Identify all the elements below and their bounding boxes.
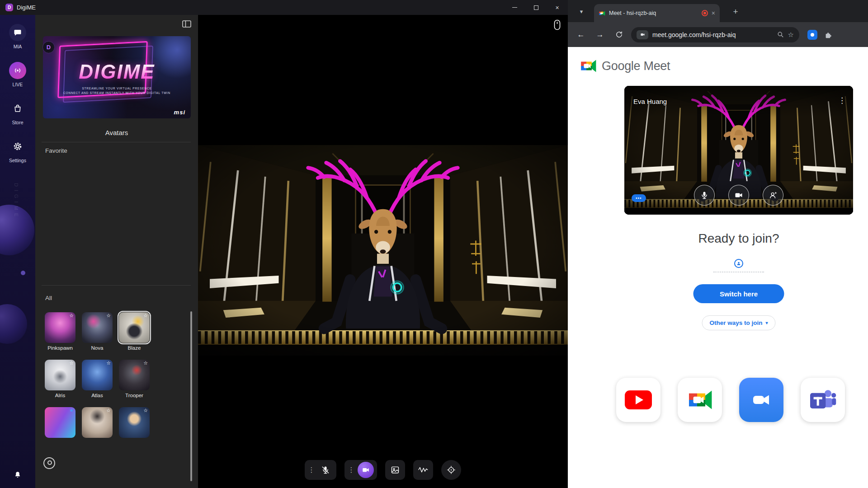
avatar-item[interactable]: ☆ Pinkspawn — [45, 312, 75, 351]
bookmark-button[interactable]: ☆ — [788, 31, 794, 39]
decor-planet — [0, 304, 27, 344]
youtube-app-icon[interactable] — [616, 378, 660, 422]
favorite-star-icon[interactable]: ☆ — [143, 408, 148, 413]
favorite-star-icon[interactable]: ☆ — [106, 361, 111, 366]
camera-icon — [734, 191, 743, 200]
gear-icon — [9, 138, 26, 155]
sidebar-item-label: Store — [12, 120, 23, 125]
close-button[interactable]: × — [547, 0, 568, 15]
reload-button[interactable] — [612, 28, 626, 42]
sidebar-item-store[interactable]: Store — [0, 100, 35, 125]
mic-off-icon — [321, 465, 330, 474]
active-tab[interactable]: Meet - hsi-rqzb-aiq × — [594, 4, 720, 22]
preview-effects-button[interactable] — [763, 185, 783, 206]
camera-icon — [640, 32, 646, 37]
favorite-star-icon[interactable]: ☆ — [106, 408, 111, 413]
maximize-button[interactable] — [525, 0, 547, 15]
camera-control-group: ⋮ — [344, 460, 377, 480]
puzzle-icon — [825, 31, 833, 39]
mic-icon — [700, 191, 709, 200]
favorite-star-icon[interactable]: ★ — [69, 408, 74, 413]
tab-search-button[interactable]: ▾ — [576, 6, 587, 17]
preview-options-button[interactable]: ⋮ — [838, 96, 846, 105]
background-image-button[interactable] — [385, 460, 405, 480]
camera-on-button[interactable] — [358, 462, 374, 478]
favorite-star-icon[interactable]: ☆ — [106, 313, 111, 318]
banner-title: DIGIME — [43, 61, 191, 83]
favorite-star-icon[interactable]: ☆ — [143, 313, 148, 318]
zoom-camera-icon — [751, 391, 772, 409]
avatar-item[interactable]: ☆ — [82, 407, 113, 440]
panel-heading: Avatars — [35, 129, 198, 136]
switch-here-button[interactable]: Switch here — [693, 284, 784, 303]
avatar-item[interactable]: ☆ Trooper — [119, 360, 150, 398]
camera-options-button[interactable]: ⋮ — [348, 466, 355, 474]
preview-mic-button[interactable] — [694, 185, 715, 206]
avatar-item[interactable]: ☆ Alris — [45, 360, 75, 398]
waveform-icon — [418, 466, 428, 474]
camera-in-use-indicator[interactable] — [637, 30, 648, 39]
audio-wave-button[interactable] — [413, 460, 433, 480]
favorite-star-icon[interactable]: ☆ — [143, 361, 148, 366]
avatar-item-selected[interactable]: ☆ Blaze — [119, 312, 150, 351]
minimize-button[interactable] — [504, 0, 525, 15]
sidebar-item-settings[interactable]: Settings — [0, 138, 35, 163]
obs-icon-inner — [47, 460, 52, 465]
extensions-menu-button[interactable] — [825, 31, 833, 39]
address-bar[interactable]: meet.google.com/hsi-rqzb-aiq ☆ — [631, 27, 799, 42]
preview-controls — [624, 185, 853, 206]
reload-icon — [615, 31, 623, 38]
forward-button[interactable]: → — [593, 28, 607, 42]
dotted-divider — [713, 272, 764, 272]
avatar-grid: ☆ Pinkspawn ☆ Nova ☆ Blaze ☆ Alris ☆ Atl… — [45, 312, 150, 440]
chevron-down-icon: ▾ — [766, 320, 768, 325]
image-icon — [391, 465, 400, 474]
sidebar-item-mia[interactable]: MIA — [0, 24, 35, 49]
tab-title: Meet - hsi-rqzb-aiq — [609, 10, 698, 16]
tab-close-button[interactable]: × — [712, 10, 715, 16]
teams-app-icon[interactable] — [801, 378, 845, 422]
scrollbar[interactable] — [190, 311, 192, 481]
favorite-star-icon[interactable]: ☆ — [69, 361, 74, 366]
tab-recording-indicator — [702, 10, 708, 16]
close-icon: × — [555, 4, 559, 11]
window-title: DigiME — [17, 4, 36, 11]
collapse-panel-icon — [182, 19, 192, 28]
google-meet-app-icon[interactable] — [678, 378, 722, 422]
banner-tagline: CONNECT AND STREAM INSTANTLY WITH YOUR D… — [43, 91, 191, 94]
extension-icon[interactable] — [807, 30, 817, 40]
meet-logo-icon — [687, 389, 713, 411]
participant-name: Eva Huang — [633, 98, 667, 105]
avatar-item[interactable]: ★ — [45, 407, 75, 440]
mic-muted-button[interactable] — [318, 462, 333, 478]
viewport-toolbar: ⋮ ⋮ — [198, 460, 568, 480]
msi-logo: msi — [174, 109, 185, 116]
zoom-button[interactable] — [777, 31, 784, 38]
avatar-item[interactable]: ☆ Nova — [82, 312, 113, 351]
sidebar-item-live[interactable]: LIVE — [0, 62, 35, 87]
mouse-hint-icon — [554, 19, 561, 32]
avatar-item[interactable]: ☆ Atlas — [82, 360, 113, 398]
favorite-star-icon[interactable]: ☆ — [69, 313, 74, 318]
target-icon — [447, 465, 456, 474]
mic-options-button[interactable]: ⋮ — [308, 466, 315, 474]
url-text[interactable]: meet.google.com/hsi-rqzb-aiq — [652, 31, 773, 38]
preview-camera-button[interactable] — [728, 185, 749, 206]
new-tab-button[interactable]: + — [730, 6, 741, 18]
zoom-app-icon[interactable] — [739, 378, 783, 422]
avatar-item[interactable]: ☆ — [119, 407, 150, 440]
tracking-target-button[interactable] — [441, 460, 461, 480]
meet-logo-icon — [580, 59, 597, 73]
camera-preview-card: Eva Huang ⋮ ••• — [624, 86, 853, 215]
obs-icon[interactable] — [43, 457, 55, 469]
digime-banner: DIGIME STREAMLINE YOUR VIRTUAL PRESENCE … — [43, 36, 191, 118]
notifications-button[interactable] — [0, 471, 35, 479]
chrome-window: ▾ Meet - hsi-rqzb-aiq × + ← → meet.googl… — [568, 0, 868, 488]
other-ways-button[interactable]: Other ways to join ▾ — [702, 315, 775, 330]
divider — [42, 285, 191, 286]
collapse-panel-button[interactable] — [182, 19, 192, 28]
store-bag-icon — [9, 100, 26, 117]
back-button[interactable]: ← — [574, 28, 588, 42]
divider — [42, 142, 191, 142]
digime-titlebar: D DigiME × — [0, 0, 568, 15]
